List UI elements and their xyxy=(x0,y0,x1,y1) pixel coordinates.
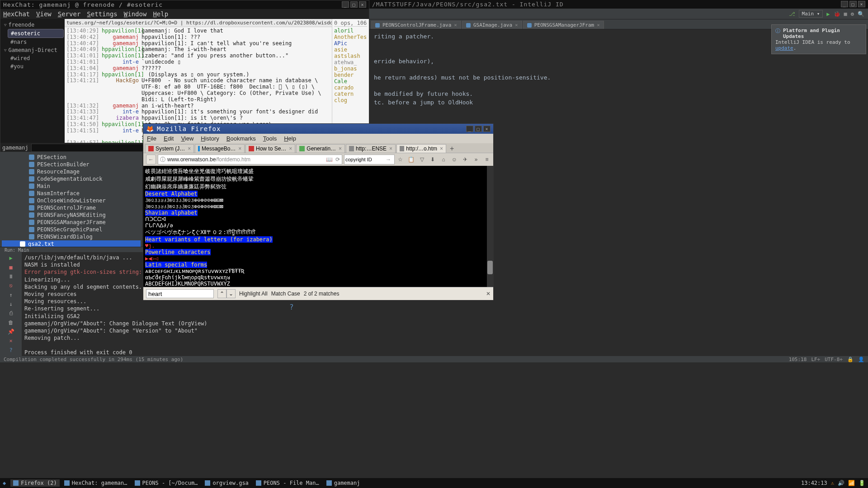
url-bar[interactable]: ⓘ www.orenwatson.be/fontdemo.htm 📖 ⟳ xyxy=(158,155,342,164)
project-tree-item[interactable]: NasmInterface xyxy=(2,190,141,197)
caret-position[interactable]: 105:18 xyxy=(789,357,807,362)
pocket-icon[interactable]: ▽ xyxy=(418,156,425,163)
close-icon[interactable]: ✕ xyxy=(7,338,14,344)
tab-close-icon[interactable]: × xyxy=(238,145,241,152)
project-tree-item[interactable]: Main xyxy=(2,183,141,190)
overflow-icon[interactable]: » xyxy=(472,156,480,163)
down-icon[interactable]: ↓ xyxy=(7,301,14,307)
nick-item[interactable]: atehwa_ xyxy=(334,59,367,66)
up-icon[interactable]: ↑ xyxy=(7,291,14,298)
close-icon[interactable]: × xyxy=(858,1,865,7)
back-button[interactable]: ← xyxy=(146,155,156,164)
tray-warn-icon[interactable]: ⚠ xyxy=(831,480,834,486)
browser-tab[interactable]: Generatin…× xyxy=(296,144,345,153)
git-icon[interactable]: ⎇ xyxy=(789,11,795,17)
search-input[interactable] xyxy=(344,157,384,162)
download-icon[interactable]: ⬇ xyxy=(429,156,436,163)
channel-item[interactable]: #wired xyxy=(8,54,64,62)
editor-tab[interactable]: GSAImage.java× xyxy=(462,21,522,29)
menu-help[interactable]: Help xyxy=(284,135,296,142)
lock-icon[interactable]: 🔒 xyxy=(847,357,854,362)
taskbar-item[interactable]: orgview.gsa xyxy=(202,479,251,487)
debug-icon[interactable]: 🐞 xyxy=(834,11,840,17)
menu-settings[interactable]: Settings xyxy=(87,10,117,18)
minimize-icon[interactable]: _ xyxy=(841,1,848,7)
tray-volume-icon[interactable]: 🔊 xyxy=(838,480,844,486)
reader-icon[interactable]: 📖 xyxy=(326,156,333,163)
settings-icon[interactable]: ⚙ xyxy=(851,11,854,17)
tab-close-icon[interactable]: × xyxy=(289,145,292,152)
inspector-icon[interactable]: 👤 xyxy=(858,357,864,362)
page-content[interactable]: 岐畏諸紺巡償吾喰坐坐兇儀復湾巧帆咀璮滅盛咸劇尋屎屁尿犀峰峰紫齋簫尋崩坊悛帆帝蟠鞏… xyxy=(143,166,493,287)
minimize-icon[interactable]: _ xyxy=(342,1,349,8)
clock[interactable]: 13:42:13 xyxy=(801,480,827,486)
close-icon[interactable]: × xyxy=(483,126,491,132)
project-tree-item[interactable]: PEONSGSAManagerJFrame xyxy=(2,219,141,226)
tab-close-icon[interactable]: × xyxy=(389,145,392,152)
help-icon[interactable]: ? xyxy=(289,303,298,312)
nick-item[interactable]: Cale xyxy=(334,78,367,84)
tab-close-icon[interactable]: × xyxy=(440,145,443,152)
smile-icon[interactable]: ☺ xyxy=(451,156,458,163)
tray-battery-icon[interactable]: 🔋 xyxy=(859,480,865,486)
editor-tab[interactable]: PEONSControlJFrame.java× xyxy=(371,21,461,29)
pin-icon[interactable]: 📌 xyxy=(7,328,14,335)
channel-topic[interactable]: tunes.org/~nef/logs/esoteric/?C=M;O=D | … xyxy=(65,19,332,27)
nick-item[interactable]: carado xyxy=(334,84,367,91)
stop-icon[interactable]: ■ xyxy=(844,11,847,17)
project-tree-item[interactable]: PEONSControlJFrame xyxy=(2,204,141,211)
nick-item[interactable]: b_jonas xyxy=(334,66,367,72)
home-icon[interactable]: ⌂ xyxy=(440,156,447,163)
menu-hexchat[interactable]: HexChat xyxy=(3,10,30,18)
tab-close-icon[interactable]: × xyxy=(454,22,457,28)
run-config-selector[interactable]: Main ▾ xyxy=(799,10,823,18)
maximize-icon[interactable]: □ xyxy=(475,126,482,132)
project-tree-item[interactable]: PEONSWizardDialog xyxy=(2,233,141,240)
update-balloon[interactable]: ⓘ Platform and Plugin Updates IntelliJ I… xyxy=(771,24,866,54)
menu-bookmarks[interactable]: Bookmarks xyxy=(226,135,256,142)
taskbar-item[interactable]: gamemanj xyxy=(324,479,363,487)
project-tree-item[interactable]: PESectionBuilder xyxy=(2,161,141,168)
intellij-titlebar[interactable]: /MATTSTUFF/Java/PEONS/src/gsa2.txt - Int… xyxy=(369,0,868,9)
menu-tools[interactable]: Tools xyxy=(263,135,277,142)
match-case-toggle[interactable]: Match Case xyxy=(271,291,300,297)
menu-file[interactable]: File xyxy=(147,135,156,142)
pause-icon[interactable]: ⏸ xyxy=(7,273,14,280)
clipboard-icon[interactable]: 📋 xyxy=(407,156,415,163)
nick-item[interactable]: bender xyxy=(334,72,367,78)
firefox-titlebar[interactable]: 🦊 Mozilla Firefox _ □ × xyxy=(143,124,493,134)
channel-item[interactable]: #esoteric xyxy=(8,29,64,38)
project-tree-item[interactable]: CodeSegmentationLock xyxy=(2,175,141,183)
line-separator[interactable]: LF÷ xyxy=(811,357,820,362)
menu-edit[interactable]: Edit xyxy=(164,135,174,142)
project-tree-item[interactable]: PEONSFancyNASMEditing xyxy=(2,211,141,219)
taskbar-item[interactable]: PEONS - [~/Docum… xyxy=(132,479,201,487)
menu-history[interactable]: History xyxy=(201,135,219,142)
plane-icon[interactable]: ✈ xyxy=(462,156,469,163)
project-tree-item[interactable]: OnCloseWindowListener xyxy=(2,197,141,204)
editor-tab[interactable]: PEONSGSAManagerJFram× xyxy=(523,21,604,29)
channel-item[interactable]: #nars xyxy=(8,38,64,46)
scrollbar-thumb[interactable] xyxy=(487,261,493,274)
exit-icon[interactable]: ⎋ xyxy=(7,282,14,289)
tab-close-icon[interactable]: × xyxy=(339,145,342,152)
find-input[interactable] xyxy=(146,289,214,298)
stop-icon[interactable]: ■ xyxy=(7,264,14,270)
trash-icon[interactable]: 🗑 xyxy=(7,319,14,326)
tab-close-icon[interactable]: × xyxy=(597,22,600,28)
channel-item[interactable]: #you xyxy=(8,62,64,70)
project-tree-item[interactable]: ResourceImage xyxy=(2,168,141,175)
nick-item[interactable]: astslash xyxy=(334,53,367,59)
nick-item[interactable]: APic xyxy=(334,40,367,47)
menu-window[interactable]: Window xyxy=(124,10,147,18)
scrollbar[interactable] xyxy=(487,166,493,287)
taskbar-item[interactable]: PEONS - File Man… xyxy=(253,479,322,487)
tray-network-icon[interactable]: 📶 xyxy=(848,480,855,486)
nick-item[interactable]: aloril xyxy=(334,28,367,34)
browser-tab[interactable]: http:…ENSE× xyxy=(346,144,396,153)
search-go-icon[interactable]: → xyxy=(384,156,392,163)
hexchat-titlebar[interactable]: HexChat: gamemanj @ freenode / #esoteric… xyxy=(0,0,369,9)
star-icon[interactable]: ☆ xyxy=(396,156,404,163)
rerun-icon[interactable]: ▶ xyxy=(7,255,14,261)
browser-tab[interactable]: http:/…o.htm× xyxy=(396,144,446,153)
